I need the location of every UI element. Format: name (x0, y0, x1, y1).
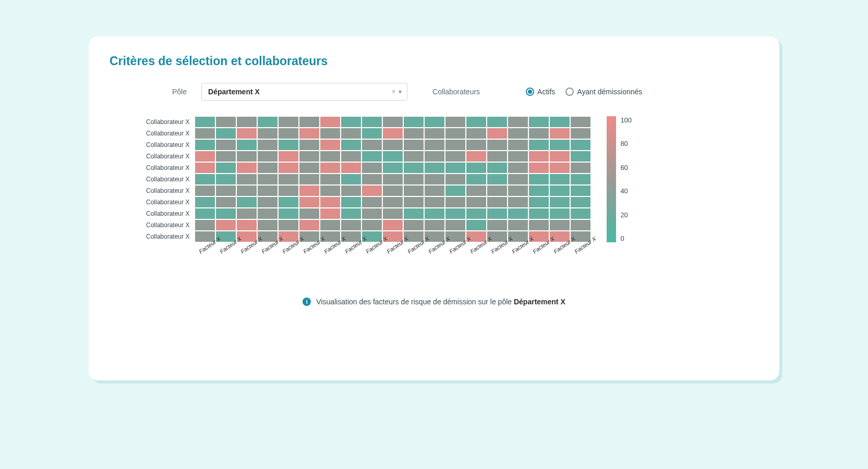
heatmap-cell[interactable] (508, 219, 528, 231)
heatmap-cell[interactable] (549, 139, 570, 151)
heatmap-cell[interactable] (424, 185, 445, 196)
heatmap-cell[interactable] (320, 185, 341, 196)
heatmap-cell[interactable] (320, 174, 341, 185)
heatmap-cell[interactable] (215, 116, 236, 128)
heatmap-cell[interactable] (549, 196, 570, 208)
heatmap-cell[interactable] (445, 116, 466, 128)
heatmap-cell[interactable] (257, 174, 278, 185)
heatmap-cell[interactable] (257, 162, 278, 174)
pole-select[interactable]: Département X × ▾ (201, 83, 407, 101)
heatmap-cell[interactable] (195, 162, 215, 174)
heatmap-cell[interactable] (508, 162, 528, 174)
heatmap-cell[interactable] (403, 185, 424, 196)
heatmap-cell[interactable] (341, 208, 361, 219)
heatmap-cell[interactable] (257, 128, 278, 139)
heatmap-cell[interactable] (299, 219, 320, 231)
heatmap-cell[interactable] (195, 128, 215, 139)
heatmap-cell[interactable] (528, 185, 549, 196)
heatmap-cell[interactable] (403, 219, 424, 231)
heatmap-cell[interactable] (424, 139, 445, 151)
heatmap-cell[interactable] (320, 196, 341, 208)
heatmap-cell[interactable] (528, 196, 549, 208)
heatmap-cell[interactable] (466, 174, 487, 185)
heatmap-cell[interactable] (361, 208, 382, 219)
heatmap-cell[interactable] (570, 151, 591, 162)
heatmap-cell[interactable] (299, 116, 320, 128)
heatmap-cell[interactable] (341, 185, 361, 196)
heatmap-cell[interactable] (487, 219, 508, 231)
heatmap-cell[interactable] (320, 162, 341, 174)
heatmap-cell[interactable] (195, 174, 215, 185)
heatmap-cell[interactable] (424, 219, 445, 231)
chevron-down-icon[interactable]: ▾ (399, 88, 402, 95)
heatmap-cell[interactable] (299, 139, 320, 151)
heatmap-cell[interactable] (549, 151, 570, 162)
heatmap-cell[interactable] (278, 208, 299, 219)
heatmap-cell[interactable] (195, 139, 215, 151)
heatmap-cell[interactable] (341, 174, 361, 185)
heatmap-cell[interactable] (445, 208, 466, 219)
heatmap-cell[interactable] (361, 196, 382, 208)
heatmap-cell[interactable] (361, 139, 382, 151)
heatmap-cell[interactable] (466, 128, 487, 139)
heatmap-cell[interactable] (528, 139, 549, 151)
heatmap-cell[interactable] (549, 174, 570, 185)
heatmap-cell[interactable] (361, 219, 382, 231)
heatmap-cell[interactable] (570, 116, 591, 128)
heatmap-cell[interactable] (528, 219, 549, 231)
heatmap-cell[interactable] (508, 174, 528, 185)
heatmap-cell[interactable] (299, 174, 320, 185)
heatmap-cell[interactable] (403, 116, 424, 128)
heatmap-cell[interactable] (361, 116, 382, 128)
heatmap-cell[interactable] (278, 185, 299, 196)
heatmap-cell[interactable] (320, 128, 341, 139)
heatmap-cell[interactable] (403, 151, 424, 162)
heatmap-cell[interactable] (424, 128, 445, 139)
heatmap-cell[interactable] (215, 208, 236, 219)
heatmap-cell[interactable] (403, 128, 424, 139)
heatmap-cell[interactable] (257, 151, 278, 162)
heatmap-cell[interactable] (549, 208, 570, 219)
heatmap-cell[interactable] (445, 174, 466, 185)
heatmap-cell[interactable] (195, 208, 215, 219)
heatmap-cell[interactable] (257, 208, 278, 219)
heatmap-cell[interactable] (466, 219, 487, 231)
heatmap-cell[interactable] (215, 196, 236, 208)
heatmap-cell[interactable] (299, 128, 320, 139)
heatmap-cell[interactable] (361, 151, 382, 162)
heatmap-cell[interactable] (382, 185, 403, 196)
heatmap-cell[interactable] (466, 139, 487, 151)
heatmap-cell[interactable] (299, 196, 320, 208)
heatmap-cell[interactable] (382, 162, 403, 174)
heatmap-cell[interactable] (445, 139, 466, 151)
heatmap-cell[interactable] (257, 116, 278, 128)
heatmap-cell[interactable] (487, 151, 508, 162)
heatmap-cell[interactable] (466, 208, 487, 219)
heatmap-cell[interactable] (528, 116, 549, 128)
heatmap-cell[interactable] (487, 128, 508, 139)
radio-active[interactable]: Actifs (526, 88, 555, 96)
heatmap-cell[interactable] (299, 162, 320, 174)
heatmap-cell[interactable] (403, 196, 424, 208)
heatmap-cell[interactable] (236, 162, 257, 174)
heatmap-cell[interactable] (382, 219, 403, 231)
heatmap-cell[interactable] (528, 128, 549, 139)
heatmap-cell[interactable] (257, 219, 278, 231)
heatmap-cell[interactable] (487, 116, 508, 128)
heatmap-cell[interactable] (236, 208, 257, 219)
heatmap-cell[interactable] (257, 139, 278, 151)
heatmap-cell[interactable] (445, 162, 466, 174)
heatmap-cell[interactable] (236, 116, 257, 128)
heatmap-cell[interactable] (403, 208, 424, 219)
heatmap-cell[interactable] (382, 208, 403, 219)
heatmap-cell[interactable] (487, 139, 508, 151)
heatmap-cell[interactable] (215, 139, 236, 151)
heatmap-cell[interactable] (487, 208, 508, 219)
heatmap-cell[interactable] (466, 162, 487, 174)
heatmap-cell[interactable] (424, 196, 445, 208)
heatmap-cell[interactable] (382, 128, 403, 139)
heatmap-cell[interactable] (361, 185, 382, 196)
heatmap-cell[interactable] (361, 174, 382, 185)
heatmap-cell[interactable] (382, 196, 403, 208)
heatmap-cell[interactable] (278, 174, 299, 185)
